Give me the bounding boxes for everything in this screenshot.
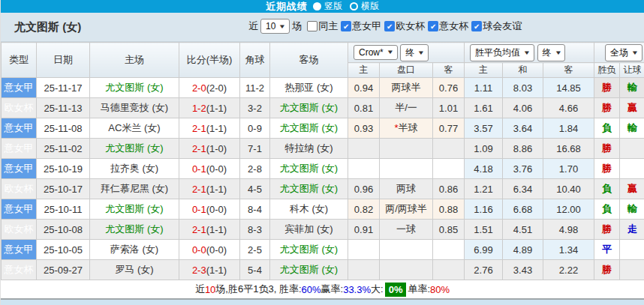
win-odds: 1.09 — [465, 139, 503, 159]
away-team: 特拉纳 (女) — [270, 139, 348, 159]
handicap-home-odds: 0.82 — [348, 199, 380, 220]
handicap-home-odds — [348, 260, 380, 280]
chevron-down-icon: ▼ — [554, 49, 561, 56]
lose-odds: 12.00 — [543, 199, 594, 220]
chevron-down-icon: ▼ — [523, 49, 531, 56]
corner-count: 7-1 — [240, 139, 270, 159]
lose-odds: 1.84 — [543, 118, 594, 139]
match-date: 25-11-08 — [37, 118, 90, 139]
handicap-away-odds — [433, 139, 465, 159]
league-filter-checkbox[interactable]: ✔意女杯 — [428, 19, 468, 33]
checkbox-label: 欧女杯 — [396, 19, 425, 33]
score-cell: 2-1(1-1) — [179, 179, 240, 199]
table-row: 意女甲 25-11-02 尤文图斯 (女) 2-1(1-0) 7-1 特拉纳 (… — [2, 139, 644, 159]
score-cell: 0-1(0-0) — [179, 159, 240, 179]
handicap-result: 輸 — [620, 199, 644, 220]
summary-segment: 单率: — [408, 283, 430, 296]
radio-label: 竖版 — [324, 0, 342, 13]
league-type-badge: 意女甲 — [2, 78, 37, 98]
col-header-handicap-away: 客 — [433, 63, 465, 78]
league-type-badge: 意女甲 — [2, 159, 37, 179]
away-team: 尤文图斯 (女) — [270, 179, 348, 199]
layout-radio-group: 竖版横版 — [313, 0, 379, 13]
home-team: 马德里竞技 (女) — [90, 98, 179, 118]
results-table: 类型 日期 主场 比分(半场) 角球 客场 Crow*▼ 终▼ 胜平负均值▼ 终… — [1, 42, 644, 280]
draw-odds: 4.89 — [503, 240, 543, 260]
handicap-away-odds — [433, 240, 465, 260]
summary-segment: 0% — [385, 283, 407, 297]
bottom-strip — [1, 298, 644, 305]
handicap-result — [620, 159, 644, 179]
radio-selected-icon — [313, 2, 321, 10]
league-filter-checkbox[interactable]: ✔球会友谊 — [471, 19, 522, 33]
col-header-odds-draw: 和 — [503, 63, 543, 78]
col-header-score: 比分(半场) — [179, 43, 240, 78]
away-team: 尤文图斯 (女) — [270, 240, 348, 260]
win-odds: 1.21 — [465, 179, 503, 199]
home-team: 罗马 (女) — [90, 260, 179, 280]
league-filter-checkbox[interactable]: ✔意女甲 — [341, 19, 381, 33]
league-type-badge: 欧女杯 — [2, 179, 37, 199]
score-cell: 2-1(1-1) — [179, 220, 240, 240]
col-header-date: 日期 — [37, 43, 90, 78]
lose-odds: 4.98 — [543, 220, 594, 240]
recent-label-suffix: 场 — [292, 19, 302, 33]
match-date: 25-10-08 — [37, 220, 90, 240]
away-team: 尤文图斯 (女) — [270, 260, 348, 280]
odds-type-select[interactable]: 胜平负均值▼ — [470, 44, 534, 61]
scope-select[interactable]: 全场▼ — [605, 44, 642, 61]
table-row: 欧女杯 25-10-08 尤文图斯 (女) 2-1(1-1) 8-3 宾菲加 (… — [2, 220, 644, 240]
handicap-home-odds: 0.91 — [348, 220, 380, 240]
handicap-time-select[interactable]: 终▼ — [400, 44, 429, 61]
handicap-away-odds — [433, 159, 465, 179]
away-team: 宾菲加 (女) — [270, 220, 348, 240]
handicap-away-odds: 0.86 — [433, 179, 465, 199]
league-type-badge: 意女甲 — [2, 139, 37, 159]
draw-odds: 3.76 — [503, 159, 543, 179]
table-row: 欧女杯 25-11-13 马德里竞技 (女) 1-2(1-1) 3-2 尤文图斯… — [2, 98, 644, 118]
checkbox-checked-icon: ✔ — [471, 21, 482, 31]
lose-odds: 1.34 — [543, 240, 594, 260]
col-header-odds-home: 主 — [465, 63, 503, 78]
results-tbody: 意女甲 25-11-17 尤文图斯 (女) 2-0(2-0) 11-2 热那亚 … — [2, 78, 644, 280]
layout-radio[interactable]: 横版 — [350, 0, 379, 13]
match-result: 勝 — [594, 260, 620, 280]
checkbox-label: 球会友谊 — [483, 19, 522, 33]
layout-radio[interactable]: 竖版 — [313, 0, 342, 13]
league-type-badge: 意女甲 — [2, 199, 37, 220]
match-date: 25-10-11 — [37, 199, 90, 220]
score-cell: 2-1(1-0) — [179, 139, 240, 159]
table-row: 欧女杯 25-10-17 拜仁慕尼黑 (女) 2-1(1-1) 4-5 尤文图斯… — [2, 179, 644, 199]
corner-count: 2-5 — [240, 240, 270, 260]
filter-controls: 近 10 ▼ 场 同主✔意女甲✔欧女杯✔意女杯✔球会友谊 — [248, 19, 522, 34]
league-type-badge: 欧女杯 — [2, 220, 37, 240]
win-odds: 1.11 — [465, 78, 503, 98]
match-result: 勝 — [594, 220, 620, 240]
bookmaker-select[interactable]: Crow*▼ — [354, 45, 398, 60]
match-result: 負 — [594, 199, 620, 220]
table-row: 意女甲 25-11-17 尤文图斯 (女) 2-0(2-0) 11-2 热那亚 … — [2, 78, 644, 98]
draw-odds: 8.86 — [503, 139, 543, 159]
table-row: 意女甲 25-10-11 尤文图斯 (女) 0-1(0-0) 8-4 科木 (女… — [2, 199, 644, 220]
away-team: 科木 (女) — [270, 199, 348, 220]
handicap-home-odds: 0.96 — [348, 179, 380, 199]
recent-count-select[interactable]: 10 ▼ — [260, 19, 290, 34]
col-header-result: 胜负 — [594, 63, 620, 78]
checkbox-checked-icon: ✔ — [428, 21, 438, 31]
home-team: 尤文图斯 (女) — [90, 199, 179, 220]
corner-count: 11-2 — [240, 78, 270, 98]
league-filter-checkbox[interactable]: ✔欧女杯 — [384, 19, 425, 33]
handicap-line: 两/两球半 — [380, 199, 433, 220]
away-team: 热那亚 (女) — [270, 78, 348, 98]
summary-segment: 60% — [302, 284, 321, 295]
match-date: 25-10-05 — [37, 240, 90, 260]
home-team: AC米兰 (女) — [90, 118, 179, 139]
league-type-badge: 意女甲 — [2, 118, 37, 139]
handicap-line — [380, 240, 433, 260]
league-filter-checkbox[interactable]: 同主 — [307, 19, 338, 33]
handicap-away-odds — [433, 260, 465, 280]
odds-time-select[interactable]: 终▼ — [537, 44, 566, 61]
draw-odds: 4.06 — [503, 98, 543, 118]
win-odds: 3.57 — [465, 118, 503, 139]
top-title-bar: 近期战绩 竖版横版 — [1, 0, 644, 13]
